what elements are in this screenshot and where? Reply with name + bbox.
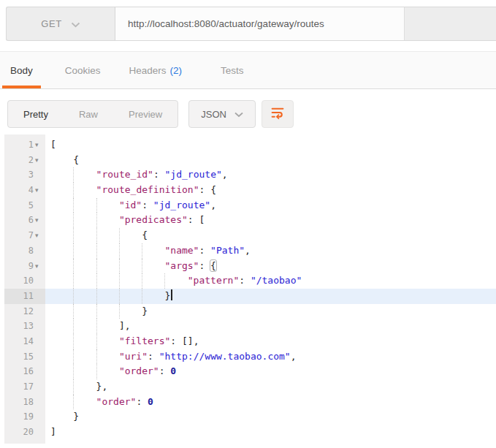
- view-preview-button[interactable]: Preview: [113, 101, 178, 127]
- indent-spacer: [50, 228, 73, 243]
- indent-guide: [73, 395, 96, 410]
- indent-guide: [119, 289, 142, 304]
- indent-spacer: [50, 243, 73, 259]
- json-punctuation: :: [153, 169, 165, 180]
- json-punctuation: [: [50, 139, 56, 150]
- indent-guide: [119, 273, 142, 289]
- line-number: 15: [23, 349, 34, 365]
- tab-tests[interactable]: Tests: [213, 52, 252, 88]
- json-number: 0: [170, 365, 176, 376]
- json-string: "http://www.taobao.com": [159, 351, 291, 362]
- line-number: 18: [23, 395, 34, 410]
- tab-cookies-label: Cookies: [65, 65, 101, 76]
- line-number: 1: [28, 137, 34, 153]
- line-number: 14: [23, 334, 34, 349]
- request-bar-spacer: [405, 7, 496, 40]
- code-text: "pattern": "/taobao": [45, 273, 496, 289]
- gutter-cell: 9▾: [4, 259, 45, 274]
- fold-arrow-icon[interactable]: ▾: [34, 228, 45, 243]
- indent-spacer: [50, 349, 73, 365]
- indent-guide: [119, 243, 142, 259]
- tab-cookies[interactable]: Cookies: [57, 52, 109, 88]
- json-punctuation: : [],: [170, 335, 199, 346]
- indent-spacer: [50, 273, 73, 289]
- view-raw-button[interactable]: Raw: [64, 101, 113, 127]
- tab-body[interactable]: Body: [2, 52, 41, 88]
- tab-tests-label: Tests: [221, 65, 244, 76]
- indent-guide: [96, 319, 119, 334]
- indent-guide: [73, 167, 96, 183]
- json-punctuation: }: [73, 411, 79, 422]
- indent-spacer: [50, 395, 73, 410]
- line-number: 16: [23, 364, 34, 379]
- method-dropdown[interactable]: GET: [7, 7, 115, 40]
- indent-guide: [119, 228, 142, 243]
- code-line: 3"route_id": "jd_route",: [4, 167, 496, 183]
- line-number: 11: [23, 289, 34, 304]
- code-line: 14"filters": [],: [4, 334, 496, 349]
- code-text: "order": 0: [45, 395, 496, 410]
- json-key: "pattern": [188, 275, 239, 286]
- language-dropdown[interactable]: JSON: [188, 100, 256, 128]
- code-editor[interactable]: 1▾[2▾{3"route_id": "jd_route",4▾"route_d…: [4, 134, 496, 444]
- indent-guide: [73, 273, 96, 289]
- gutter-cell: 16: [4, 364, 45, 379]
- url-text: http://localhost:8080/actuator/gateway/r…: [128, 18, 324, 29]
- code-text: "name": "Path",: [45, 243, 496, 259]
- view-mode-group: Pretty Raw Preview: [7, 100, 178, 128]
- line-number: 6: [28, 213, 34, 228]
- gutter-cell: 14: [4, 334, 45, 349]
- code-line: 6▾"predicates": [: [4, 213, 496, 228]
- json-punctuation: :: [148, 351, 159, 362]
- headers-count-badge: (2): [170, 65, 183, 76]
- indent-guide: [96, 304, 119, 319]
- url-input[interactable]: http://localhost:8080/actuator/gateway/r…: [115, 7, 405, 40]
- json-number: 0: [148, 396, 153, 407]
- tab-headers-label: Headers: [129, 65, 167, 76]
- fold-arrow-icon[interactable]: ▾: [34, 259, 45, 274]
- indent-spacer: [50, 167, 73, 183]
- gutter-cell: 17: [4, 379, 45, 395]
- gutter-cell: 18: [4, 395, 45, 410]
- fold-arrow-icon[interactable]: ▾: [34, 183, 45, 198]
- indent-guide: [73, 334, 96, 349]
- code-line: 5"id": "jd_route",: [4, 198, 496, 213]
- json-key: "order": [119, 365, 159, 376]
- indent-guide: [73, 379, 96, 395]
- line-number: 12: [23, 304, 34, 319]
- json-key: "route_id": [96, 169, 153, 180]
- indent-guide: [73, 304, 96, 319]
- code-text: "route_definition": {: [45, 183, 496, 198]
- indent-guide: [96, 334, 119, 349]
- code-line: 4▾"route_definition": {: [4, 183, 496, 198]
- gutter-cell: 8: [4, 243, 45, 259]
- code-text: }: [45, 304, 496, 319]
- indent-guide: [73, 213, 96, 228]
- tab-body-label: Body: [10, 65, 33, 76]
- json-punctuation: {: [142, 229, 148, 240]
- json-key: "predicates": [119, 214, 188, 225]
- code-text: "route_id": "jd_route",: [45, 167, 496, 183]
- view-pretty-button[interactable]: Pretty: [8, 101, 64, 127]
- json-punctuation: :: [136, 396, 148, 407]
- code-text: {: [45, 228, 496, 243]
- indent-spacer: [50, 409, 73, 425]
- wrap-lines-button[interactable]: [262, 100, 294, 128]
- gutter-cell: 3: [4, 167, 45, 183]
- fold-arrow-icon[interactable]: ▾: [34, 153, 45, 168]
- code-text: }: [45, 289, 496, 304]
- json-key: "filters": [119, 335, 170, 346]
- gutter-cell: 7▾: [4, 228, 45, 243]
- language-label: JSON: [201, 109, 226, 120]
- tab-headers[interactable]: Headers (2): [121, 52, 191, 88]
- fold-arrow-icon[interactable]: ▾: [34, 137, 45, 153]
- fold-arrow-icon[interactable]: ▾: [34, 213, 45, 228]
- code-line: 8"name": "Path",: [4, 243, 496, 259]
- code-line: 17},: [4, 379, 496, 395]
- code-text: ]: [45, 425, 496, 440]
- json-punctuation: :: [199, 260, 210, 271]
- code-text: "id": "jd_route",: [45, 198, 496, 213]
- json-punctuation: ,: [245, 245, 251, 256]
- code-line: 15"uri": "http://www.taobao.com",: [4, 349, 496, 365]
- indent-guide: [73, 349, 96, 365]
